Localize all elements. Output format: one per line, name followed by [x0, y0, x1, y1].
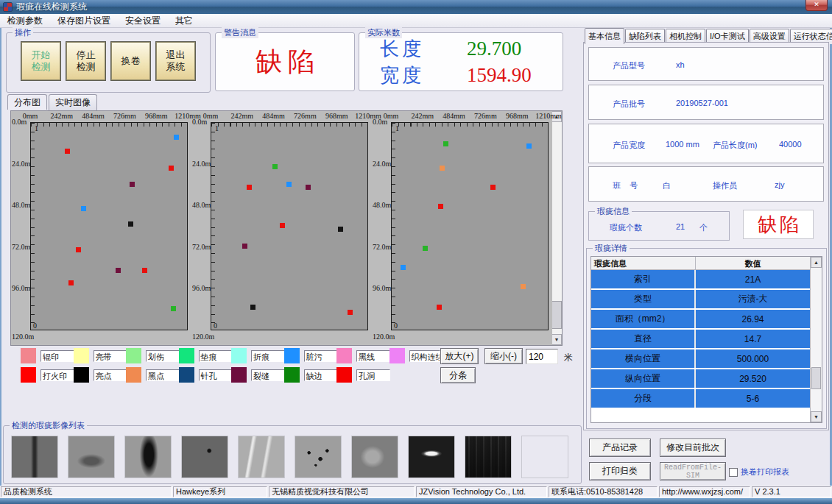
- table-cell-value: 14.7: [696, 330, 810, 348]
- table-row-6[interactable]: 纵向位置29.520: [591, 369, 822, 389]
- defect-point-red[interactable]: [280, 223, 285, 228]
- legend-swatch: [126, 348, 141, 363]
- defect-point-blue[interactable]: [286, 182, 292, 187]
- table-row-2[interactable]: 类型污渍-大: [591, 290, 822, 310]
- legend-label[interactable]: 垫痕: [199, 350, 233, 362]
- defect-point-green[interactable]: [443, 141, 448, 146]
- table-row-1[interactable]: 索引21A: [591, 270, 822, 290]
- chart-scroll-down-icon[interactable]: ▼: [551, 334, 562, 345]
- defect-thumbnail-1[interactable]: [11, 436, 58, 478]
- defect-thumbnail-7[interactable]: [351, 436, 398, 478]
- defect-point-green[interactable]: [423, 246, 428, 251]
- table-cell-name: 类型: [591, 290, 696, 308]
- chart-plot-2[interactable]: [211, 122, 368, 330]
- defect-point-black[interactable]: [338, 227, 343, 232]
- defect-thumbnail-4[interactable]: [181, 436, 228, 478]
- table-row-7[interactable]: 分段5-6: [591, 389, 822, 409]
- print-report-checkbox[interactable]: [729, 468, 738, 477]
- op-button-4[interactable]: 退出 系统: [156, 42, 195, 80]
- close-button[interactable]: ✕: [805, 0, 828, 11]
- defect-point-red[interactable]: [437, 305, 442, 310]
- status-segment-5: 联系电话:0510-85381428: [549, 486, 658, 497]
- table-scroll-thumb[interactable]: [811, 367, 821, 389]
- legend-label[interactable]: 孔洞: [356, 369, 390, 381]
- right-tab-1[interactable]: 基本信息: [585, 28, 624, 44]
- legend-label[interactable]: 织构连续: [409, 350, 440, 362]
- defect-point-green[interactable]: [272, 164, 278, 169]
- defect-point-green[interactable]: [171, 306, 176, 311]
- menu-item-1[interactable]: 检测参数: [0, 14, 50, 27]
- defect-point-red[interactable]: [142, 268, 147, 273]
- defect-thumbnail-3[interactable]: [124, 436, 172, 478]
- menu-item-4[interactable]: 其它: [168, 14, 200, 27]
- legend-label[interactable]: 打火印: [40, 369, 74, 381]
- read-from-file-button[interactable]: ReadFromFile-SIM: [660, 462, 726, 480]
- split-button[interactable]: 分条: [440, 367, 476, 383]
- legend-label[interactable]: 亮点: [94, 369, 127, 381]
- defect-point-black[interactable]: [250, 305, 255, 310]
- table-row-3[interactable]: 面积（mm2）26.94: [591, 310, 822, 330]
- legend-label[interactable]: 针孔: [199, 369, 233, 381]
- chart-plot-3[interactable]: [391, 122, 549, 330]
- legend-label[interactable]: 脏污: [304, 350, 338, 362]
- chart-scrollbar[interactable]: ▲ ▼: [551, 111, 562, 345]
- defect-point-maroon[interactable]: [242, 244, 247, 249]
- defect-point-maroon[interactable]: [306, 185, 311, 190]
- defect-thumbnail-8[interactable]: [408, 436, 455, 478]
- distribution-chart-area: ▲ ▼ 0mm242mm484mm726mm968mm1210mm0.0m24.…: [10, 110, 563, 346]
- y-axis-tick-label: 96.0m: [192, 284, 214, 292]
- defect-point-red[interactable]: [68, 280, 74, 285]
- legend-label[interactable]: 黑线: [356, 350, 390, 362]
- view-tab-1[interactable]: 分布图: [7, 94, 47, 110]
- chart-scroll-thumb[interactable]: [551, 301, 562, 329]
- menu-item-3[interactable]: 安全设置: [118, 14, 168, 27]
- menu-item-2[interactable]: 保存图片设置: [50, 14, 118, 27]
- op-button-2[interactable]: 停止 检测: [66, 42, 105, 80]
- product-record-button[interactable]: 产品记录: [589, 439, 651, 457]
- op-button-3[interactable]: 换卷: [111, 42, 150, 80]
- meter-range-input[interactable]: [526, 349, 558, 364]
- table-row-5[interactable]: 横向位置500.000: [591, 349, 822, 369]
- defect-thumbnail-5[interactable]: [238, 436, 285, 478]
- defect-point-maroon[interactable]: [116, 268, 121, 273]
- legend-label[interactable]: 划伤: [146, 350, 180, 362]
- print-classify-button[interactable]: 打印归类: [589, 462, 651, 480]
- legend-label[interactable]: 裂缝: [251, 369, 285, 381]
- view-tab-2[interactable]: 实时图像: [49, 94, 97, 111]
- defect-point-blue[interactable]: [526, 143, 532, 149]
- legend-label[interactable]: 亮带: [94, 350, 127, 362]
- chart-plot-1[interactable]: [30, 122, 188, 330]
- y-axis-tick-label: 96.0m: [12, 284, 34, 292]
- defect-point-red[interactable]: [65, 149, 70, 154]
- zoom-out-button[interactable]: 缩小(-): [484, 348, 523, 364]
- defect-thumbnail-9[interactable]: [465, 436, 512, 478]
- defect-point-blue[interactable]: [81, 206, 86, 211]
- defect-point-red[interactable]: [169, 166, 174, 171]
- defect-point-red[interactable]: [348, 310, 353, 315]
- legend-label[interactable]: 黑点: [146, 369, 180, 381]
- defect-point-blue[interactable]: [401, 265, 406, 270]
- defect-point-orange[interactable]: [521, 284, 526, 289]
- defect-point-red[interactable]: [438, 204, 443, 209]
- legend-label[interactable]: 缺边: [304, 369, 338, 381]
- table-scroll-down-icon[interactable]: ▼: [811, 411, 822, 422]
- modify-batch-button[interactable]: 修改目前批次: [660, 439, 726, 457]
- defect-point-orange[interactable]: [440, 166, 445, 171]
- defect-point-blue[interactable]: [174, 135, 179, 140]
- zoom-in-button[interactable]: 放大(+): [440, 348, 479, 364]
- defect-point-maroon[interactable]: [130, 182, 135, 187]
- defect-point-black[interactable]: [128, 221, 133, 227]
- op-button-1[interactable]: 开始 检测: [21, 42, 60, 80]
- defect-point-red[interactable]: [247, 185, 252, 190]
- defect-point-red[interactable]: [76, 247, 81, 252]
- legend-label[interactable]: 辊印: [40, 350, 74, 362]
- table-scroll-up-icon[interactable]: ▲: [811, 257, 822, 268]
- table-cell-value: 5-6: [696, 389, 810, 408]
- table-row-4[interactable]: 直径14.7: [591, 330, 822, 349]
- defect-thumbnail-6[interactable]: [295, 436, 342, 478]
- defect-thumbnail-10[interactable]: [521, 436, 568, 478]
- legend-label[interactable]: 折痕: [251, 350, 285, 362]
- table-scrollbar[interactable]: ▲ ▼: [810, 257, 822, 422]
- defect-point-red[interactable]: [490, 185, 496, 190]
- defect-thumbnail-2[interactable]: [68, 436, 115, 478]
